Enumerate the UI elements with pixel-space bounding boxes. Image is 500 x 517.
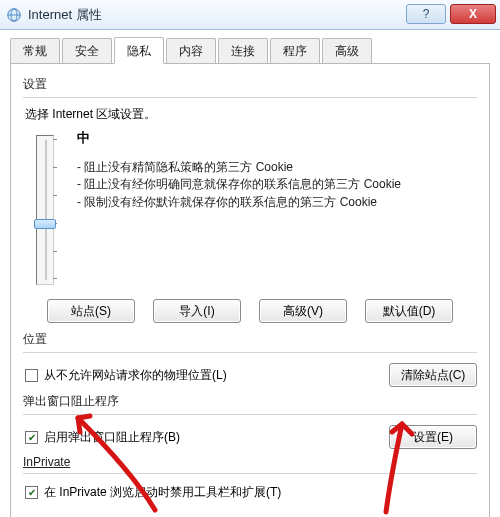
divider (23, 97, 477, 98)
clear-sites-button[interactable]: 清除站点(C) (389, 363, 477, 387)
inprivate-disable-toolbars-label: 在 InPrivate 浏览启动时禁用工具栏和扩展(T) (44, 484, 477, 501)
privacy-bullet: 限制没有经你默许就保存你的联系信息的第三方 Cookie (84, 194, 377, 211)
privacy-level-bullets: 阻止没有精简隐私策略的第三方 Cookie 阻止没有经你明确同意就保存你的联系信… (75, 159, 477, 211)
slider-thumb[interactable] (34, 219, 56, 229)
sites-button[interactable]: 站点(S) (47, 299, 135, 323)
inprivate-heading: InPrivate (23, 455, 477, 469)
tab-security[interactable]: 安全 (62, 38, 112, 63)
client-area: 常规 安全 隐私 内容 连接 程序 高级 设置 选择 Internet 区域设置… (0, 30, 500, 517)
location-row: 从不允许网站请求你的物理位置(L) 清除站点(C) (25, 363, 477, 387)
inprivate-disable-toolbars-checkbox[interactable] (25, 486, 38, 499)
privacy-bullet: 阻止没有经你明确同意就保存你的联系信息的第三方 Cookie (84, 176, 401, 193)
advanced-button[interactable]: 高级(V) (259, 299, 347, 323)
help-button[interactable]: ? (406, 4, 446, 24)
never-allow-location-checkbox[interactable] (25, 369, 38, 382)
privacy-level-row: 中 阻止没有精简隐私策略的第三方 Cookie 阻止没有经你明确同意就保存你的联… (23, 129, 477, 285)
tab-content[interactable]: 内容 (166, 38, 216, 63)
popup-settings-button[interactable]: 设置(E) (389, 425, 477, 449)
settings-heading: 设置 (23, 76, 477, 93)
tab-strip: 常规 安全 隐私 内容 连接 程序 高级 (10, 38, 490, 64)
tab-advanced[interactable]: 高级 (322, 38, 372, 63)
tab-privacy[interactable]: 隐私 (114, 37, 164, 64)
popup-heading: 弹出窗口阻止程序 (23, 393, 477, 410)
window-title: Internet 属性 (28, 6, 404, 24)
divider (23, 414, 477, 415)
privacy-slider-column (31, 129, 59, 285)
tab-panel-privacy: 设置 选择 Internet 区域设置。 中 阻止没有精简隐私 (10, 64, 490, 517)
tab-connections[interactable]: 连接 (218, 38, 268, 63)
divider (23, 352, 477, 353)
privacy-level-slider[interactable] (36, 135, 54, 285)
inprivate-row: 在 InPrivate 浏览启动时禁用工具栏和扩展(T) (25, 484, 477, 501)
privacy-level-description: 中 阻止没有精简隐私策略的第三方 Cookie 阻止没有经你明确同意就保存你的联… (63, 129, 477, 211)
privacy-bullet: 阻止没有精简隐私策略的第三方 Cookie (84, 159, 293, 176)
close-button[interactable]: X (450, 4, 496, 24)
popup-row: 启用弹出窗口阻止程序(B) 设置(E) (25, 425, 477, 449)
location-heading: 位置 (23, 331, 477, 348)
tab-general[interactable]: 常规 (10, 38, 60, 63)
settings-button-row: 站点(S) 导入(I) 高级(V) 默认值(D) (23, 299, 477, 323)
titlebar: Internet 属性 ? X (0, 0, 500, 30)
never-allow-location-label: 从不允许网站请求你的物理位置(L) (44, 367, 383, 384)
enable-popup-blocker-checkbox[interactable] (25, 431, 38, 444)
enable-popup-blocker-label: 启用弹出窗口阻止程序(B) (44, 429, 383, 446)
import-button[interactable]: 导入(I) (153, 299, 241, 323)
default-button[interactable]: 默认值(D) (365, 299, 453, 323)
tab-programs[interactable]: 程序 (270, 38, 320, 63)
divider (23, 473, 477, 474)
window-buttons: ? X (404, 0, 500, 29)
internet-options-icon (6, 7, 22, 23)
settings-prompt: 选择 Internet 区域设置。 (25, 106, 477, 123)
privacy-level-label: 中 (77, 129, 477, 147)
